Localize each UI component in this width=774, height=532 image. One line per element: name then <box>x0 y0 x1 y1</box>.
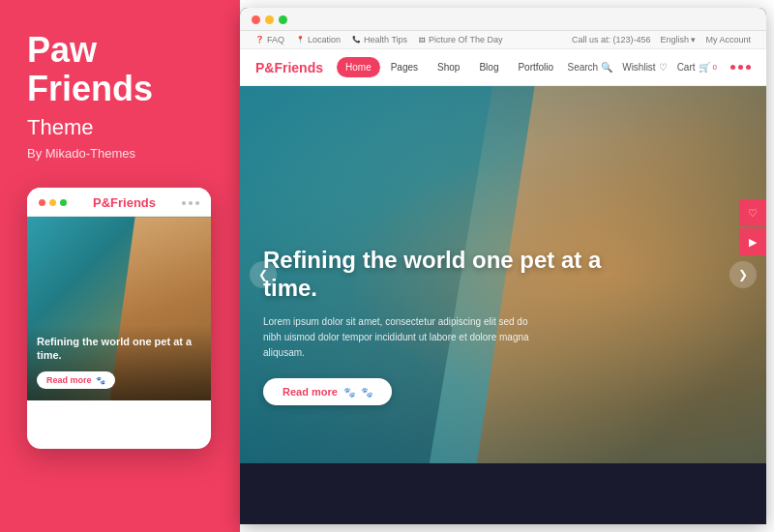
topbar-right: Call us at: (123)-456 English ▾ My Accou… <box>572 35 751 44</box>
topbar-language[interactable]: English ▾ <box>660 35 696 44</box>
topbar-picture-of-day[interactable]: 🖼 Picture Of The Day <box>419 35 502 44</box>
mobile-paw-icon: 🐾 <box>96 376 105 385</box>
nav-wishlist[interactable]: Wishlist ♡ <box>622 62 667 73</box>
topbar-location-label: Location <box>308 35 341 44</box>
website-topbar: ❓ FAQ 📍 Location 📞 Health Tips 🖼 Picture… <box>240 31 766 49</box>
mobile-top-bar: P&Friends <box>27 188 211 217</box>
mobile-mockup: P&Friends Refining the world one pet at … <box>27 188 211 449</box>
search-label: Search <box>568 62 599 73</box>
side-heart-icon: ♡ <box>748 207 758 220</box>
hero-paw-icon-2: 🐾 <box>361 387 372 398</box>
mobile-menu-dot-1 <box>182 201 186 205</box>
brand-subtitle: Theme <box>27 115 213 140</box>
cart-label: Cart <box>677 62 696 73</box>
brand-by: By Mikado-Themes <box>27 146 213 161</box>
picture-icon: 🖼 <box>419 37 426 44</box>
website-hero: ❮ Refining the world one pet at a time. … <box>240 86 766 463</box>
topbar-location[interactable]: 📍 Location <box>296 35 341 44</box>
nav-item-blog[interactable]: Blog <box>470 57 507 77</box>
mobile-hero-overlay: Refining the world one pet at a time. Re… <box>27 325 211 401</box>
search-icon: 🔍 <box>601 62 612 73</box>
mobile-dot-yellow <box>49 199 56 206</box>
hero-read-more-button[interactable]: Read more 🐾 🐾 <box>263 378 392 405</box>
mobile-dot-green <box>60 199 67 206</box>
chevron-right-icon: ❯ <box>738 268 748 281</box>
topbar-phone: Call us at: (123)-456 <box>572 35 651 44</box>
mobile-hero-image: Refining the world one pet at a time. Re… <box>27 217 211 400</box>
hero-paw-icon: 🐾 <box>343 387 355 398</box>
faq-icon: ❓ <box>255 36 264 44</box>
hero-description: Lorem ipsum dolor sit amet, consectetur … <box>263 314 534 361</box>
topbar-health-tips[interactable]: 📞 Health Tips <box>352 35 407 44</box>
browser-dot-red[interactable] <box>252 15 260 24</box>
topbar-faq-label: FAQ <box>267 35 284 44</box>
nav-dots <box>730 65 751 70</box>
mobile-read-more-label: Read more <box>46 375 92 385</box>
browser-dots <box>252 15 287 24</box>
heart-icon: ♡ <box>659 62 668 73</box>
mobile-dot-red <box>39 199 45 206</box>
hero-title: Refining the world one pet at a time. <box>263 247 611 303</box>
hero-content: Refining the world one pet at a time. Lo… <box>263 247 611 405</box>
nav-item-portfolio[interactable]: Portfolio <box>509 57 562 77</box>
topbar-health-label: Health Tips <box>364 35 407 44</box>
nav-search[interactable]: Search 🔍 <box>568 62 613 73</box>
nav-dot-3 <box>746 65 751 70</box>
side-action-share[interactable]: ▶ <box>739 228 766 255</box>
topbar-account[interactable]: My Account <box>705 35 751 44</box>
nav-item-shop[interactable]: Shop <box>429 57 468 77</box>
hero-read-more-label: Read more <box>283 386 338 398</box>
side-action-heart[interactable]: ♡ <box>739 199 766 226</box>
left-panel: PawFriends Theme By Mikado-Themes P&Frie… <box>0 0 240 532</box>
mobile-logo: P&Friends <box>93 195 156 210</box>
nav-item-pages[interactable]: Pages <box>382 57 427 77</box>
browser-dot-green[interactable] <box>279 15 287 24</box>
side-share-icon: ▶ <box>749 236 757 249</box>
mobile-read-more-button[interactable]: Read more 🐾 <box>37 371 115 389</box>
browser-mockup: ❓ FAQ 📍 Location 📞 Health Tips 🖼 Picture… <box>240 8 766 524</box>
topbar-faq[interactable]: ❓ FAQ <box>255 35 284 44</box>
website-navbar: P&Friends Home Pages Shop Blog Portfolio… <box>240 49 766 86</box>
browser-chrome <box>240 8 766 31</box>
nav-dot-2 <box>738 65 743 70</box>
mobile-dots <box>39 199 67 206</box>
cart-icon: 🛒 <box>699 62 710 73</box>
nav-logo[interactable]: P&Friends <box>255 60 323 75</box>
chevron-left-icon: ❮ <box>258 268 268 281</box>
mobile-menu-dots <box>182 201 199 205</box>
health-icon: 📞 <box>352 36 361 44</box>
nav-dot-1 <box>730 65 735 70</box>
cart-count: 0 <box>713 63 717 72</box>
hero-arrow-right[interactable]: ❯ <box>729 261 757 288</box>
hero-arrow-left[interactable]: ❮ <box>250 261 277 288</box>
topbar-picture-label: Picture Of The Day <box>429 35 502 44</box>
location-icon: 📍 <box>296 36 305 44</box>
wishlist-label: Wishlist <box>622 62 655 73</box>
mobile-menu-dot-2 <box>189 201 193 205</box>
nav-cart[interactable]: Cart 🛒 0 <box>677 62 717 73</box>
mobile-hero-text: Refining the world one pet at a time. <box>37 335 201 363</box>
brand-title: PawFriends <box>27 31 213 107</box>
hero-side-actions: ♡ ▶ <box>739 199 766 255</box>
topbar-left: ❓ FAQ 📍 Location 📞 Health Tips 🖼 Picture… <box>255 35 502 44</box>
mobile-menu-dot-3 <box>195 201 199 205</box>
browser-dot-yellow[interactable] <box>265 15 274 24</box>
nav-item-home[interactable]: Home <box>337 57 380 77</box>
hero-title-text: Refining the world one pet at a time. <box>263 247 601 301</box>
nav-right: Search 🔍 Wishlist ♡ Cart 🛒 0 <box>568 62 752 73</box>
